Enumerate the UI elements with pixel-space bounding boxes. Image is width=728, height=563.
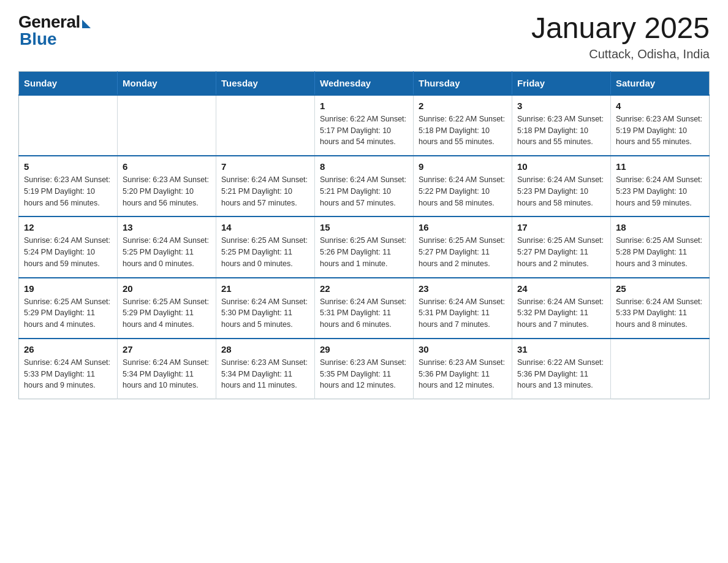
calendar-day-cell: 17Sunrise: 6:25 AM Sunset: 5:27 PM Dayli… xyxy=(512,216,611,277)
day-number: 12 xyxy=(24,222,112,232)
day-info: Sunrise: 6:25 AM Sunset: 5:29 PM Dayligh… xyxy=(24,296,112,331)
calendar-day-cell: 4Sunrise: 6:23 AM Sunset: 5:19 PM Daylig… xyxy=(611,95,710,156)
calendar-day-cell: 25Sunrise: 6:24 AM Sunset: 5:33 PM Dayli… xyxy=(611,278,710,339)
calendar-day-cell: 16Sunrise: 6:25 AM Sunset: 5:27 PM Dayli… xyxy=(414,216,512,277)
day-number: 22 xyxy=(320,283,408,294)
day-number: 30 xyxy=(419,344,507,354)
day-number: 27 xyxy=(123,344,211,354)
calendar-day-cell: 9Sunrise: 6:24 AM Sunset: 5:22 PM Daylig… xyxy=(414,156,512,216)
day-number: 11 xyxy=(616,161,704,172)
calendar-day-cell: 14Sunrise: 6:25 AM Sunset: 5:25 PM Dayli… xyxy=(216,216,315,277)
day-number: 6 xyxy=(123,161,211,172)
calendar-day-cell xyxy=(611,339,710,399)
day-number: 25 xyxy=(616,283,704,294)
day-info: Sunrise: 6:24 AM Sunset: 5:32 PM Dayligh… xyxy=(517,296,605,331)
day-number: 20 xyxy=(123,283,211,294)
calendar-day-cell: 6Sunrise: 6:23 AM Sunset: 5:20 PM Daylig… xyxy=(118,156,216,216)
calendar-day-cell: 8Sunrise: 6:24 AM Sunset: 5:21 PM Daylig… xyxy=(315,156,414,216)
day-number: 19 xyxy=(24,283,112,294)
calendar-day-cell: 19Sunrise: 6:25 AM Sunset: 5:29 PM Dayli… xyxy=(19,278,118,339)
day-number: 10 xyxy=(517,161,605,172)
day-info: Sunrise: 6:24 AM Sunset: 5:23 PM Dayligh… xyxy=(517,174,605,209)
day-info: Sunrise: 6:23 AM Sunset: 5:34 PM Dayligh… xyxy=(221,357,309,391)
day-number: 3 xyxy=(517,101,605,111)
calendar-day-cell: 1Sunrise: 6:22 AM Sunset: 5:17 PM Daylig… xyxy=(315,95,414,156)
calendar-week-row: 5Sunrise: 6:23 AM Sunset: 5:19 PM Daylig… xyxy=(19,156,710,216)
calendar-day-cell: 20Sunrise: 6:25 AM Sunset: 5:29 PM Dayli… xyxy=(118,278,216,339)
day-info: Sunrise: 6:24 AM Sunset: 5:21 PM Dayligh… xyxy=(320,174,408,209)
calendar-subtitle: Cuttack, Odisha, India xyxy=(531,47,710,61)
day-number: 29 xyxy=(320,344,408,354)
day-info: Sunrise: 6:22 AM Sunset: 5:36 PM Dayligh… xyxy=(517,357,605,391)
calendar-day-cell: 7Sunrise: 6:24 AM Sunset: 5:21 PM Daylig… xyxy=(216,156,315,216)
calendar-week-row: 26Sunrise: 6:24 AM Sunset: 5:33 PM Dayli… xyxy=(19,339,710,399)
calendar-day-cell: 22Sunrise: 6:24 AM Sunset: 5:31 PM Dayli… xyxy=(315,278,414,339)
day-number: 18 xyxy=(616,222,704,232)
day-info: Sunrise: 6:24 AM Sunset: 5:34 PM Dayligh… xyxy=(123,357,211,391)
day-of-week-header: Tuesday xyxy=(216,71,315,95)
day-info: Sunrise: 6:25 AM Sunset: 5:29 PM Dayligh… xyxy=(123,296,211,331)
day-info: Sunrise: 6:23 AM Sunset: 5:36 PM Dayligh… xyxy=(419,357,507,391)
calendar-day-cell: 26Sunrise: 6:24 AM Sunset: 5:33 PM Dayli… xyxy=(19,339,118,399)
day-of-week-header: Friday xyxy=(512,71,611,95)
calendar-day-cell: 21Sunrise: 6:24 AM Sunset: 5:30 PM Dayli… xyxy=(216,278,315,339)
calendar-day-cell xyxy=(118,95,216,156)
calendar-week-row: 19Sunrise: 6:25 AM Sunset: 5:29 PM Dayli… xyxy=(19,278,710,339)
calendar-day-cell: 5Sunrise: 6:23 AM Sunset: 5:19 PM Daylig… xyxy=(19,156,118,216)
day-info: Sunrise: 6:24 AM Sunset: 5:30 PM Dayligh… xyxy=(221,296,309,331)
day-info: Sunrise: 6:23 AM Sunset: 5:19 PM Dayligh… xyxy=(616,113,704,148)
calendar-week-row: 1Sunrise: 6:22 AM Sunset: 5:17 PM Daylig… xyxy=(19,95,710,156)
day-number: 17 xyxy=(517,222,605,232)
calendar-day-cell: 2Sunrise: 6:22 AM Sunset: 5:18 PM Daylig… xyxy=(414,95,512,156)
calendar-day-cell: 23Sunrise: 6:24 AM Sunset: 5:31 PM Dayli… xyxy=(414,278,512,339)
day-number: 13 xyxy=(123,222,211,232)
calendar-day-cell xyxy=(19,95,118,156)
day-info: Sunrise: 6:24 AM Sunset: 5:33 PM Dayligh… xyxy=(24,357,112,391)
day-of-week-header: Sunday xyxy=(19,71,118,95)
logo-blue-text: Blue xyxy=(18,29,57,49)
day-info: Sunrise: 6:25 AM Sunset: 5:27 PM Dayligh… xyxy=(517,235,605,269)
day-number: 15 xyxy=(320,222,408,232)
logo-arrow-icon xyxy=(82,20,91,28)
calendar-day-cell xyxy=(216,95,315,156)
day-info: Sunrise: 6:23 AM Sunset: 5:20 PM Dayligh… xyxy=(123,174,211,209)
day-info: Sunrise: 6:24 AM Sunset: 5:33 PM Dayligh… xyxy=(616,296,704,331)
calendar-day-cell: 24Sunrise: 6:24 AM Sunset: 5:32 PM Dayli… xyxy=(512,278,611,339)
day-of-week-header: Thursday xyxy=(414,71,512,95)
calendar-week-row: 12Sunrise: 6:24 AM Sunset: 5:24 PM Dayli… xyxy=(19,216,710,277)
day-number: 23 xyxy=(419,283,507,294)
day-info: Sunrise: 6:23 AM Sunset: 5:18 PM Dayligh… xyxy=(517,113,605,148)
day-number: 9 xyxy=(419,161,507,172)
day-number: 14 xyxy=(221,222,309,232)
calendar-day-cell: 3Sunrise: 6:23 AM Sunset: 5:18 PM Daylig… xyxy=(512,95,611,156)
day-number: 24 xyxy=(517,283,605,294)
day-info: Sunrise: 6:24 AM Sunset: 5:31 PM Dayligh… xyxy=(419,296,507,331)
calendar-table: SundayMondayTuesdayWednesdayThursdayFrid… xyxy=(18,71,710,399)
day-info: Sunrise: 6:23 AM Sunset: 5:19 PM Dayligh… xyxy=(24,174,112,209)
day-info: Sunrise: 6:23 AM Sunset: 5:35 PM Dayligh… xyxy=(320,357,408,391)
day-number: 5 xyxy=(24,161,112,172)
day-number: 2 xyxy=(419,101,507,111)
day-info: Sunrise: 6:24 AM Sunset: 5:24 PM Dayligh… xyxy=(24,235,112,269)
calendar-day-cell: 31Sunrise: 6:22 AM Sunset: 5:36 PM Dayli… xyxy=(512,339,611,399)
day-number: 4 xyxy=(616,101,704,111)
calendar-day-cell: 28Sunrise: 6:23 AM Sunset: 5:34 PM Dayli… xyxy=(216,339,315,399)
day-info: Sunrise: 6:24 AM Sunset: 5:31 PM Dayligh… xyxy=(320,296,408,331)
day-number: 21 xyxy=(221,283,309,294)
calendar-day-cell: 27Sunrise: 6:24 AM Sunset: 5:34 PM Dayli… xyxy=(118,339,216,399)
calendar-header: SundayMondayTuesdayWednesdayThursdayFrid… xyxy=(19,71,710,95)
day-of-week-header: Saturday xyxy=(611,71,710,95)
day-number: 28 xyxy=(221,344,309,354)
title-block: January 2025 Cuttack, Odisha, India xyxy=(531,12,710,61)
calendar-day-cell: 29Sunrise: 6:23 AM Sunset: 5:35 PM Dayli… xyxy=(315,339,414,399)
day-info: Sunrise: 6:24 AM Sunset: 5:25 PM Dayligh… xyxy=(123,235,211,269)
calendar-day-cell: 13Sunrise: 6:24 AM Sunset: 5:25 PM Dayli… xyxy=(118,216,216,277)
day-info: Sunrise: 6:24 AM Sunset: 5:23 PM Dayligh… xyxy=(616,174,704,209)
day-info: Sunrise: 6:25 AM Sunset: 5:27 PM Dayligh… xyxy=(419,235,507,269)
calendar-body: 1Sunrise: 6:22 AM Sunset: 5:17 PM Daylig… xyxy=(19,95,710,399)
day-info: Sunrise: 6:24 AM Sunset: 5:21 PM Dayligh… xyxy=(221,174,309,209)
calendar-day-cell: 18Sunrise: 6:25 AM Sunset: 5:28 PM Dayli… xyxy=(611,216,710,277)
day-of-week-header: Monday xyxy=(118,71,216,95)
day-number: 1 xyxy=(320,101,408,111)
calendar-day-cell: 12Sunrise: 6:24 AM Sunset: 5:24 PM Dayli… xyxy=(19,216,118,277)
